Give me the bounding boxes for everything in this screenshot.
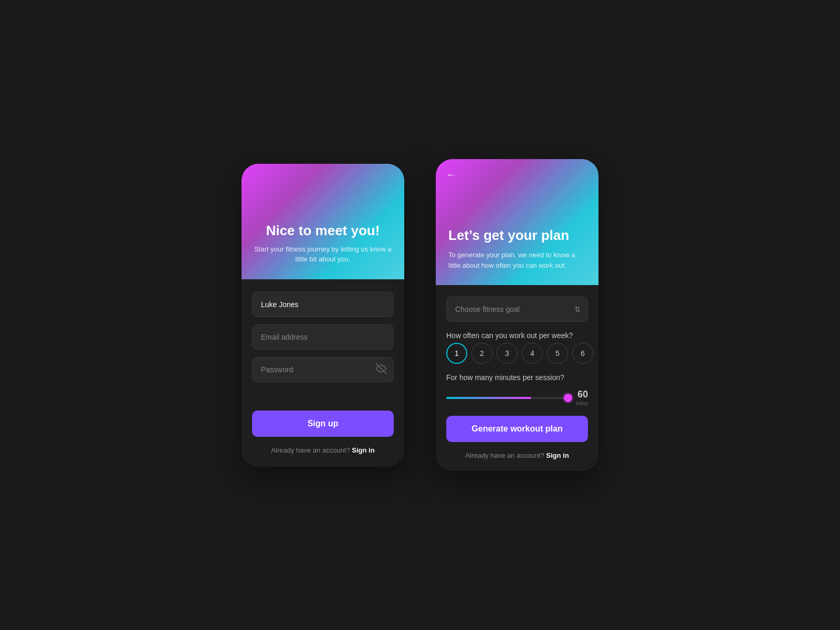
signin-link[interactable]: Sign in [352,446,374,454]
plan-body: Choose fitness goal Weight Loss Muscle G… [436,285,598,471]
fitness-goal-wrapper: Choose fitness goal Weight Loss Muscle G… [446,297,588,322]
name-field-wrapper [252,292,394,317]
day-btn-5[interactable]: 5 [547,343,568,364]
email-field-wrapper [252,324,394,350]
plan-signin-prompt: Already have an account? Sign in [446,452,588,459]
signin-prompt: Already have an account? Sign in [252,446,394,454]
generate-button[interactable]: Generate workout plan [446,416,588,442]
signup-button[interactable]: Sign up [252,411,394,437]
plan-title: Let’s get your plan [448,227,586,244]
plan-subtitle: To generate your plan, we need to know a… [448,250,586,270]
day-btn-2[interactable]: 2 [471,343,492,364]
fitness-goal-select[interactable]: Choose fitness goal Weight Loss Muscle G… [446,297,588,322]
email-input[interactable] [252,324,394,350]
signup-body: Sign up Already have an account? Sign in [242,279,404,467]
day-btn-3[interactable]: 3 [497,343,518,364]
slider-value: 60 [573,389,588,400]
password-field-wrapper [252,357,394,382]
day-btn-4[interactable]: 4 [522,343,543,364]
duration-label: For how many minutes per session? [446,373,588,382]
frequency-label: How often can you work out per week? [446,331,588,340]
slider-fill [446,397,531,399]
slider-track[interactable] [446,397,568,399]
slider-value-col: 60 mins [573,389,588,406]
back-arrow-icon[interactable]: ← [446,170,456,181]
plan-card: ← Let’s get your plan To generate your p… [436,159,598,471]
signup-card: Nice to meet you! Start your fitness jou… [242,164,404,467]
name-input[interactable] [252,292,394,317]
signup-header: Nice to meet you! Start your fitness jou… [242,164,404,279]
workout-frequency-section: How often can you work out per week? 1 2… [446,331,588,364]
plan-signin-link[interactable]: Sign in [546,452,569,459]
slider-unit: mins [576,400,588,406]
slider-row: 60 mins [446,389,588,406]
day-btn-1[interactable]: 1 [446,343,467,364]
password-input[interactable] [252,357,394,382]
page-wrapper: Nice to meet you! Start your fitness jou… [220,138,620,492]
session-duration-section: For how many minutes per session? 60 min… [446,373,588,406]
slider-thumb[interactable] [564,394,572,402]
signup-title: Nice to meet you! [254,223,392,239]
day-btn-6[interactable]: 6 [572,343,593,364]
signup-subtitle: Start your fitness journey by letting us… [254,244,392,265]
days-selector: 1 2 3 4 5 6 [446,343,588,364]
eye-icon[interactable] [376,363,386,376]
plan-header: ← Let’s get your plan To generate your p… [436,159,598,285]
